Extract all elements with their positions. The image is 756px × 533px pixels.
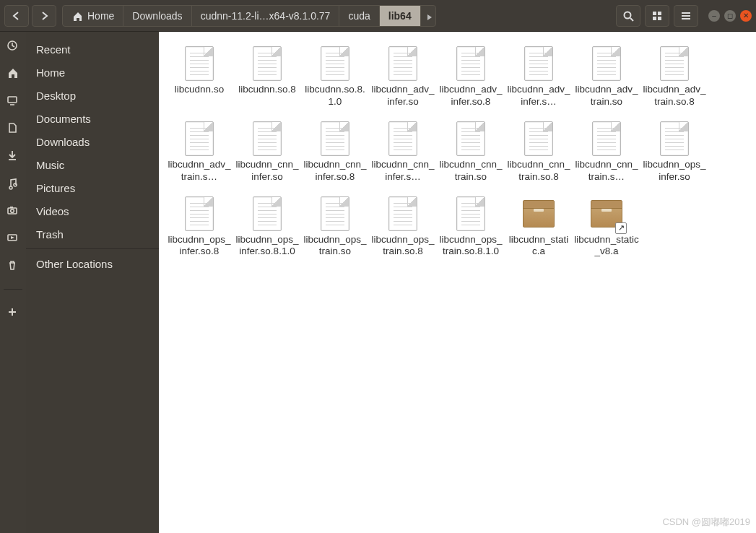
sidebar-item-label: Music [36, 159, 64, 171]
view-toggle-button[interactable] [645, 5, 669, 27]
file-item[interactable]: libcudnn_cnn_train.so.8 [505, 117, 572, 186]
sidebar-item-label: Desktop [36, 90, 76, 102]
sidebar-item-videos[interactable]: Videos [26, 199, 159, 222]
file-item[interactable]: libcudnn_ops_infer.so [641, 117, 708, 186]
file-label: libcudnn_ops_train.so.8 [370, 234, 435, 259]
sidebar-item-downloads[interactable]: Downloads [26, 130, 159, 153]
crumb-cuda[interactable]: cuda [339, 6, 379, 26]
header-toolbar: Home Downloads cudnn-11.2-li…x64-v8.1.0.… [0, 0, 756, 32]
file-item[interactable]: libcudnn_cnn_infer.so [234, 117, 300, 186]
file-item[interactable]: libcudnn_ops_train.so.8.1.0 [438, 192, 504, 261]
sidebar-item-documents[interactable]: Documents [26, 107, 159, 130]
window-close-button[interactable]: ✕ [740, 10, 752, 22]
text-file-icon [456, 46, 485, 81]
text-file-icon [185, 196, 214, 231]
text-file-icon [388, 46, 417, 81]
file-item[interactable]: libcudnn.so.8.1.0 [302, 42, 368, 111]
crumb-home-label: Home [87, 10, 114, 22]
file-item[interactable]: libcudnn_cnn_train.so [438, 117, 504, 186]
sidebar-item-label: Other Locations [36, 258, 113, 270]
nav-forward-button[interactable] [32, 5, 56, 27]
file-item[interactable]: libcudnn_adv_infer.s… [505, 42, 572, 111]
file-item[interactable]: libcudnn_cnn_infer.s… [370, 117, 436, 186]
sidebar-item-label: Videos [36, 205, 69, 217]
sidebar-item-label: Downloads [36, 136, 90, 148]
text-file-icon [660, 121, 689, 156]
file-item[interactable]: ↗libcudnn_static_v8.a [573, 192, 640, 261]
file-label: libcudnn_ops_train.so [303, 234, 368, 259]
file-label: libcudnn_cnn_train.s… [574, 159, 639, 183]
file-label: libcudnn_adv_infer.s… [506, 84, 571, 108]
file-item[interactable]: libcudnn_cnn_infer.so.8 [302, 117, 368, 186]
file-item[interactable]: libcudnn_ops_train.so [302, 192, 368, 261]
breadcrumb-overflow-icon[interactable] [421, 12, 435, 20]
documents-icon[interactable] [6, 121, 20, 136]
file-item[interactable]: libcudnn_cnn_train.s… [573, 117, 640, 186]
sidebar-item-home[interactable]: Home [26, 61, 159, 84]
file-label: libcudnn_adv_train.s… [167, 159, 232, 183]
file-label: libcudnn_adv_infer.so [370, 84, 435, 108]
sidebar-item-desktop[interactable]: Desktop [26, 84, 159, 107]
window-controls: – ◻ ✕ [708, 10, 752, 22]
file-item[interactable]: libcudnn_adv_train.so [573, 42, 640, 111]
crumb-label: cudnn-11.2-li…x64-v8.1.0.77 [201, 10, 331, 22]
nav-back-button[interactable] [4, 5, 29, 27]
other-loc-icon[interactable] [6, 306, 20, 320]
file-label: libcudnn_cnn_infer.s… [370, 159, 435, 183]
sidebar-item-label: Pictures [36, 182, 75, 194]
file-item[interactable]: libcudnn_ops_train.so.8 [370, 192, 436, 261]
window-maximize-button[interactable]: ◻ [724, 10, 736, 22]
text-file-icon [660, 46, 689, 81]
breadcrumb: Home Downloads cudnn-11.2-li…x64-v8.1.0.… [62, 5, 436, 27]
file-manager-window: Home Downloads cudnn-11.2-li…x64-v8.1.0.… [0, 0, 756, 533]
sidebar-item-music[interactable]: Music [26, 153, 159, 176]
home-icon[interactable] [6, 66, 20, 81]
text-file-icon [321, 46, 349, 81]
file-item[interactable]: libcudnn_static.a [505, 192, 572, 261]
text-file-icon [592, 46, 621, 81]
pictures-icon[interactable] [6, 204, 20, 218]
search-button[interactable] [616, 5, 640, 27]
hamburger-menu-button[interactable] [674, 5, 698, 27]
desktop-icon[interactable] [6, 94, 20, 108]
trash-icon[interactable] [6, 259, 20, 273]
text-file-icon [456, 121, 485, 156]
music-icon[interactable] [6, 176, 20, 191]
crumb-cudnn-archive[interactable]: cudnn-11.2-li…x64-v8.1.0.77 [192, 6, 340, 26]
file-item[interactable]: libcudnn_ops_infer.so.8 [166, 192, 233, 261]
crumb-downloads[interactable]: Downloads [123, 6, 191, 26]
sidebar-item-other-locations[interactable]: Other Locations [26, 252, 159, 275]
downloads-icon[interactable] [6, 149, 20, 163]
window-minimize-button[interactable]: – [708, 10, 720, 22]
file-view[interactable]: libcudnn.solibcudnn.so.8libcudnn.so.8.1.… [159, 32, 756, 533]
shortcut-badge-icon: ↗ [615, 222, 627, 234]
sidebar-item-trash[interactable]: Trash [26, 222, 159, 246]
text-file-icon [321, 196, 349, 231]
home-icon [71, 11, 83, 21]
crumb-home[interactable]: Home [63, 6, 123, 26]
text-file-icon [388, 121, 417, 156]
file-label: libcudnn_adv_train.so [574, 84, 639, 108]
file-item[interactable]: libcudnn_adv_infer.so [370, 42, 436, 111]
file-label: libcudnn_cnn_infer.so [235, 159, 300, 183]
places-sidebar: RecentHomeDesktopDocumentsDownloadsMusic… [26, 32, 159, 533]
crumb-label: Downloads [132, 10, 182, 22]
crumb-label: lib64 [388, 10, 412, 22]
crumb-lib64[interactable]: lib64 [380, 6, 421, 26]
file-label: libcudnn_ops_train.so.8.1.0 [438, 234, 503, 259]
text-file-icon [185, 121, 214, 156]
videos-icon[interactable] [6, 231, 20, 246]
file-label: libcudnn_static.a [506, 234, 571, 259]
file-item[interactable]: libcudnn_adv_train.s… [166, 117, 233, 186]
file-item[interactable]: libcudnn_ops_infer.so.8.1.0 [234, 192, 300, 261]
text-file-icon [321, 121, 349, 156]
sidebar-item-label: Documents [36, 113, 91, 125]
sidebar-item-recent[interactable]: Recent [26, 38, 159, 61]
recent-icon[interactable] [6, 39, 20, 53]
sidebar-item-label: Recent [36, 43, 71, 56]
file-item[interactable]: libcudnn.so [166, 42, 233, 111]
file-item[interactable]: libcudnn.so.8 [234, 42, 300, 111]
sidebar-item-pictures[interactable]: Pictures [26, 176, 159, 199]
file-item[interactable]: libcudnn_adv_train.so.8 [641, 42, 708, 111]
file-item[interactable]: libcudnn_adv_infer.so.8 [438, 42, 504, 111]
